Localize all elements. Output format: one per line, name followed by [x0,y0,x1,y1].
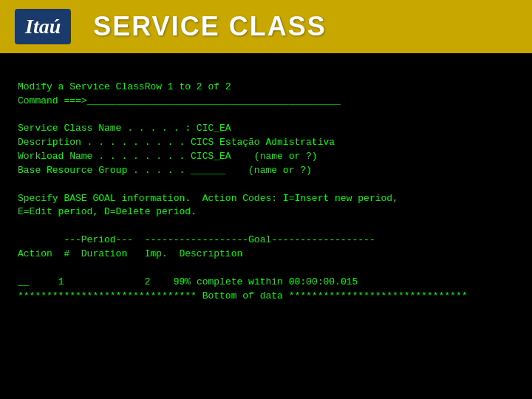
workload-name-note: (name or ?) [231,151,318,162]
terminal-area: Modify a Service ClassRow 1 to 2 of 2 Co… [0,53,532,399]
edit-text: E=Edit period, D=Delete period. [18,206,197,217]
command-line[interactable]: Command ===> [18,95,87,106]
action-header: Action # Duration Imp. Description [18,248,242,259]
description-label: Description . . . . . . . . . [18,137,191,148]
command-underline: ________________________________________… [87,95,341,106]
base-resource-label: Base Resource Group . . . . . [18,165,191,176]
base-resource-value: ______ [191,165,225,176]
row-number: 1 [58,276,64,287]
row-info: Row 1 to 2 of 2 [145,81,231,92]
row-desc: 99% complete within 00:00:00.015 [174,276,358,287]
specify-text: Specify BASE GOAL information. Action Co… [18,193,398,204]
description-value: CICS Estação Admistrativa [191,137,335,148]
workload-name-label: Workload Name . . . . . . . . [18,151,191,162]
row-duration: 2 [145,276,151,287]
modify-label: Modify a Service Class [18,81,145,92]
header-bar: Itaú SERVICE CLASS [0,0,532,53]
base-resource-note: (name or ?) [225,165,312,176]
bottom-stars: ******************************* Bottom o… [18,290,468,301]
period-header: ---Period--- ------------------Goal-----… [18,234,375,245]
row-action[interactable]: __ [18,276,30,287]
service-class-name-value: CIC_EA [197,123,231,134]
page-title: SERVICE CLASS [93,11,326,42]
main-screen: Itaú SERVICE CLASS Modify a Service Clas… [0,0,532,399]
service-class-name-label: Service Class Name . . . . . : [18,123,197,134]
workload-name-value: CICS_EA [191,151,231,162]
logo: Itaú [15,9,71,44]
